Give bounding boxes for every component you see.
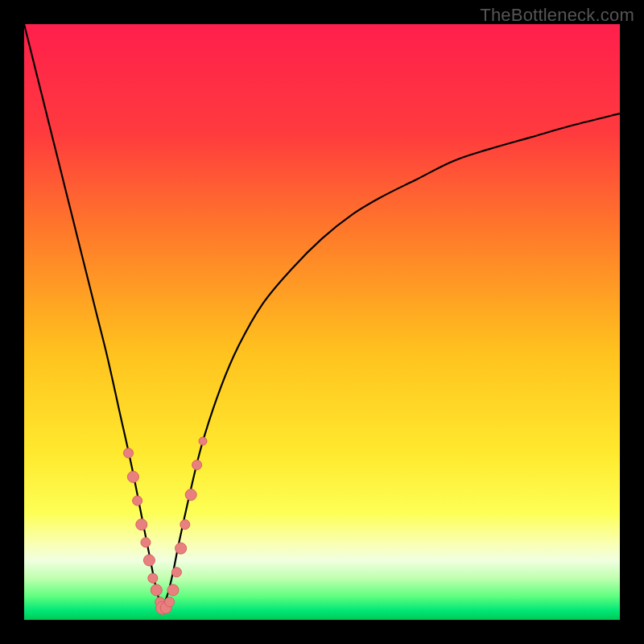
chart-frame: TheBottleneck.com <box>0 0 644 644</box>
curve-layer <box>24 24 620 620</box>
scatter-dot <box>167 584 179 596</box>
scatter-dots <box>124 437 208 614</box>
plot-area <box>24 24 620 620</box>
scatter-dot <box>165 597 175 607</box>
scatter-dot <box>171 568 181 577</box>
scatter-dot <box>151 584 162 596</box>
scatter-dot <box>148 573 158 583</box>
scatter-dot <box>175 543 187 554</box>
scatter-dot <box>199 437 207 445</box>
scatter-dot <box>185 489 196 501</box>
scatter-dot <box>180 520 190 530</box>
curve-right <box>161 114 620 608</box>
scatter-dot <box>127 471 138 482</box>
scatter-dot <box>124 448 134 458</box>
scatter-dot <box>133 496 142 506</box>
scatter-dot <box>143 555 155 566</box>
watermark-text: TheBottleneck.com <box>480 5 634 26</box>
scatter-dot <box>192 460 202 470</box>
scatter-dot <box>141 538 151 547</box>
scatter-dot <box>136 519 147 530</box>
